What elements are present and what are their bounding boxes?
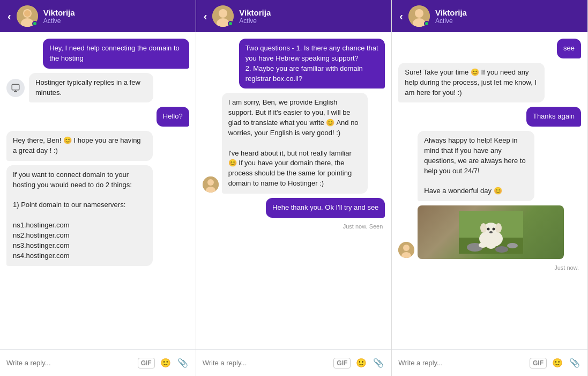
attach-button-3[interactable]: 📎 bbox=[568, 358, 581, 368]
svg-point-26 bbox=[487, 228, 489, 231]
svg-rect-4 bbox=[12, 84, 19, 90]
svg-point-28 bbox=[489, 231, 493, 233]
gif-button-2[interactable]: GIF bbox=[333, 358, 351, 368]
msg-3-2: Thanks again bbox=[526, 107, 581, 127]
status-dot-2 bbox=[228, 21, 233, 26]
chat-panel-2: ‹ Viktorija Active Two questions - 1. Is… bbox=[196, 0, 392, 376]
svg-point-29 bbox=[479, 242, 487, 248]
msg-1-2-wrap: Hostinger typically replies in a few min… bbox=[6, 73, 162, 103]
header-status-1: Active bbox=[43, 17, 188, 25]
gif-button-1[interactable]: GIF bbox=[138, 358, 155, 368]
svg-point-27 bbox=[492, 228, 495, 231]
messages-area-3: see Sure! Take your time 😊 If you need a… bbox=[392, 32, 587, 349]
back-button-3[interactable]: ‹ bbox=[399, 10, 403, 23]
msg-2-2: I am sorry, Ben, we provide English supp… bbox=[222, 93, 368, 194]
gif-button-3[interactable]: GIF bbox=[530, 358, 547, 368]
chat-footer-3: GIF 🙂 📎 bbox=[392, 349, 587, 376]
attach-button-2[interactable]: 📎 bbox=[372, 358, 385, 368]
header-name-3: Viktorija bbox=[435, 8, 580, 17]
timestamp-row-3: Just now. bbox=[398, 263, 581, 271]
msg-timestamp-3: Just now. bbox=[554, 264, 579, 271]
svg-point-24 bbox=[480, 223, 487, 233]
msg-2-2-row: I am sorry, Ben, we provide English supp… bbox=[203, 93, 385, 194]
back-button-1[interactable]: ‹ bbox=[8, 10, 11, 23]
msg-2-3: Hehe thank you. Ok I'll try and see bbox=[266, 198, 385, 218]
msg-1-2: Hostinger typically replies in a few min… bbox=[29, 73, 153, 103]
back-button-2[interactable]: ‹ bbox=[204, 10, 207, 23]
msg-2-1: Two questions - 1. Is there any chance t… bbox=[239, 39, 385, 89]
avatar-msg-3 bbox=[398, 242, 414, 258]
svg-point-12 bbox=[415, 9, 423, 18]
reply-input-1[interactable] bbox=[6, 359, 133, 367]
svg-point-30 bbox=[487, 244, 495, 249]
msg-1-5: If you want to connect domain to your ho… bbox=[6, 165, 153, 266]
header-status-3: Active bbox=[435, 17, 580, 25]
reply-input-3[interactable] bbox=[398, 359, 525, 367]
emoji-button-3[interactable]: 🙂 bbox=[551, 358, 564, 368]
svg-point-21 bbox=[507, 243, 518, 248]
header-status-2: Active bbox=[239, 17, 384, 25]
status-dot-1 bbox=[32, 21, 38, 26]
msg-1-3: Hello? bbox=[157, 107, 189, 127]
svg-point-3 bbox=[24, 10, 31, 17]
msg-timestamp-2: Just now. Seen bbox=[343, 223, 383, 230]
msg-3-1: Sure! Take your time 😊 If you need any h… bbox=[398, 63, 545, 103]
chat-footer-1: GIF 🙂 📎 bbox=[0, 349, 196, 376]
msg-1-1: Hey, I need help connecting the domain t… bbox=[43, 39, 189, 69]
status-dot-3 bbox=[424, 21, 429, 26]
chat-panel-1: ‹ Viktorija Active Hey, I need help conn… bbox=[0, 0, 196, 376]
attach-button-1[interactable]: 📎 bbox=[176, 358, 189, 368]
msg-3-3-row: Always happy to help! Keep in mind that … bbox=[398, 131, 581, 259]
header-info-1: Viktorija Active bbox=[43, 8, 188, 25]
dog-image bbox=[418, 205, 564, 259]
msg-1-4: Hey there, Ben! 😊 I hope you are having … bbox=[6, 131, 153, 161]
header-info-3: Viktorija Active bbox=[435, 8, 580, 25]
avatar-3 bbox=[408, 5, 430, 27]
avatar-1 bbox=[17, 5, 38, 27]
chat-header-1: ‹ Viktorija Active bbox=[0, 0, 196, 32]
messages-area-2: Two questions - 1. Is there any chance t… bbox=[196, 32, 392, 349]
system-icon bbox=[6, 79, 25, 97]
reply-input-2[interactable] bbox=[203, 359, 330, 367]
msg-3-3: Always happy to help! Keep in mind that … bbox=[418, 131, 534, 201]
header-name-1: Viktorija bbox=[43, 8, 188, 17]
svg-point-25 bbox=[495, 223, 502, 233]
chat-footer-2: GIF 🙂 📎 bbox=[196, 349, 392, 376]
svg-point-9 bbox=[207, 179, 214, 186]
header-name-2: Viktorija bbox=[239, 8, 384, 17]
svg-point-20 bbox=[495, 246, 508, 253]
header-info-2: Viktorija Active bbox=[239, 8, 384, 25]
timestamp-row-2: Just now. Seen bbox=[203, 222, 385, 230]
msg-3-0: see bbox=[557, 39, 581, 58]
chat-header-2: ‹ Viktorija Active bbox=[196, 0, 392, 32]
messages-area-1: Hey, I need help connecting the domain t… bbox=[0, 32, 196, 349]
emoji-button-2[interactable]: 🙂 bbox=[355, 358, 368, 368]
avatar-msg-2 bbox=[203, 176, 219, 193]
svg-point-15 bbox=[403, 245, 410, 251]
svg-point-6 bbox=[219, 9, 227, 18]
avatar-2 bbox=[212, 5, 234, 27]
chat-panel-3: ‹ Viktorija Active see Sure! Take your t… bbox=[392, 0, 588, 376]
emoji-button-1[interactable]: 🙂 bbox=[159, 358, 172, 368]
chat-header-3: ‹ Viktorija Active bbox=[392, 0, 587, 32]
